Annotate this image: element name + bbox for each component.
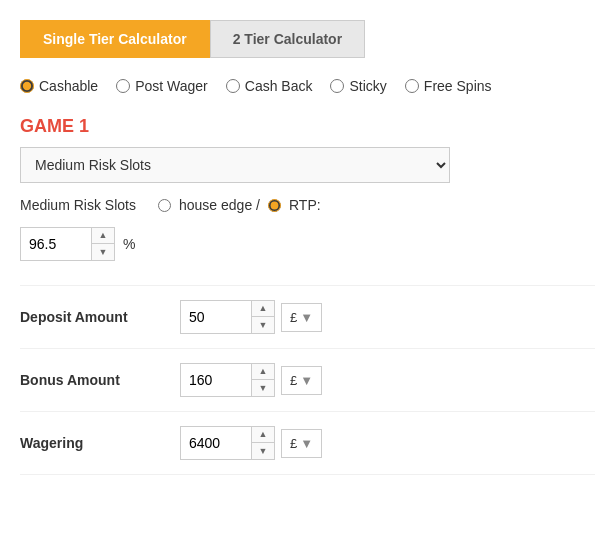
wagering-spinner[interactable]: ▲ ▼ bbox=[180, 426, 275, 460]
rtp-down-arrow[interactable]: ▼ bbox=[92, 244, 114, 260]
radio-cash-back[interactable]: Cash Back bbox=[226, 78, 313, 94]
rtp-up-arrow[interactable]: ▲ bbox=[92, 228, 114, 244]
bonus-currency[interactable]: £ ▼ bbox=[281, 366, 322, 395]
wagering-row: Wagering ▲ ▼ £ ▼ bbox=[20, 411, 595, 475]
tab-two-tier[interactable]: 2 Tier Calculator bbox=[210, 20, 365, 58]
edge-slash-label: house edge / bbox=[179, 197, 260, 213]
game-dropdown[interactable]: Medium Risk Slots Low Risk Slots High Ri… bbox=[20, 147, 450, 183]
bonus-label: Bonus Amount bbox=[20, 372, 180, 388]
deposit-row: Deposit Amount ▲ ▼ £ ▼ bbox=[20, 285, 595, 348]
wagering-currency[interactable]: £ ▼ bbox=[281, 429, 322, 458]
radio-sticky[interactable]: Sticky bbox=[330, 78, 386, 94]
wagering-input[interactable] bbox=[181, 427, 251, 459]
bonus-up-arrow[interactable]: ▲ bbox=[252, 364, 274, 380]
wagering-down-arrow[interactable]: ▼ bbox=[252, 443, 274, 459]
rtp-unit-label: % bbox=[123, 236, 135, 252]
radio-cashable[interactable]: Cashable bbox=[20, 78, 98, 94]
rtp-input[interactable] bbox=[21, 228, 91, 260]
radio-post-wager[interactable]: Post Wager bbox=[116, 78, 208, 94]
bonus-row: Bonus Amount ▲ ▼ £ ▼ bbox=[20, 348, 595, 411]
deposit-currency-symbol: £ bbox=[290, 310, 297, 325]
deposit-spinner[interactable]: ▲ ▼ bbox=[180, 300, 275, 334]
deposit-arrows: ▲ ▼ bbox=[251, 301, 274, 333]
tab-single-tier[interactable]: Single Tier Calculator bbox=[20, 20, 210, 58]
wagering-input-group: ▲ ▼ £ ▼ bbox=[180, 426, 322, 460]
wagering-up-arrow[interactable]: ▲ bbox=[252, 427, 274, 443]
rtp-arrows: ▲ ▼ bbox=[91, 228, 114, 260]
bonus-type-row: Cashable Post Wager Cash Back Sticky Fre… bbox=[20, 78, 595, 94]
radio-rtp[interactable] bbox=[268, 199, 281, 212]
edge-rtp-row: Medium Risk Slots house edge / RTP: bbox=[20, 197, 595, 213]
radio-free-spins[interactable]: Free Spins bbox=[405, 78, 492, 94]
game-section-title: GAME 1 bbox=[20, 116, 595, 137]
deposit-label: Deposit Amount bbox=[20, 309, 180, 325]
tab-bar: Single Tier Calculator 2 Tier Calculator bbox=[20, 20, 595, 58]
deposit-down-arrow[interactable]: ▼ bbox=[252, 317, 274, 333]
game-type-label: Medium Risk Slots bbox=[20, 197, 150, 213]
bonus-currency-chevron: ▼ bbox=[300, 373, 313, 388]
rtp-input-row: ▲ ▼ % bbox=[20, 227, 595, 261]
bonus-input-group: ▲ ▼ £ ▼ bbox=[180, 363, 322, 397]
bonus-down-arrow[interactable]: ▼ bbox=[252, 380, 274, 396]
bonus-input[interactable] bbox=[181, 364, 251, 396]
deposit-input-group: ▲ ▼ £ ▼ bbox=[180, 300, 322, 334]
wagering-currency-symbol: £ bbox=[290, 436, 297, 451]
radio-house-edge[interactable] bbox=[158, 199, 171, 212]
wagering-arrows: ▲ ▼ bbox=[251, 427, 274, 459]
wagering-currency-chevron: ▼ bbox=[300, 436, 313, 451]
bonus-arrows: ▲ ▼ bbox=[251, 364, 274, 396]
wagering-label: Wagering bbox=[20, 435, 180, 451]
rtp-label: RTP: bbox=[289, 197, 321, 213]
deposit-up-arrow[interactable]: ▲ bbox=[252, 301, 274, 317]
rtp-spinner[interactable]: ▲ ▼ bbox=[20, 227, 115, 261]
bonus-spinner[interactable]: ▲ ▼ bbox=[180, 363, 275, 397]
form-section: Deposit Amount ▲ ▼ £ ▼ Bonus Amount ▲ bbox=[20, 285, 595, 475]
deposit-currency[interactable]: £ ▼ bbox=[281, 303, 322, 332]
deposit-currency-chevron: ▼ bbox=[300, 310, 313, 325]
deposit-input[interactable] bbox=[181, 301, 251, 333]
bonus-currency-symbol: £ bbox=[290, 373, 297, 388]
